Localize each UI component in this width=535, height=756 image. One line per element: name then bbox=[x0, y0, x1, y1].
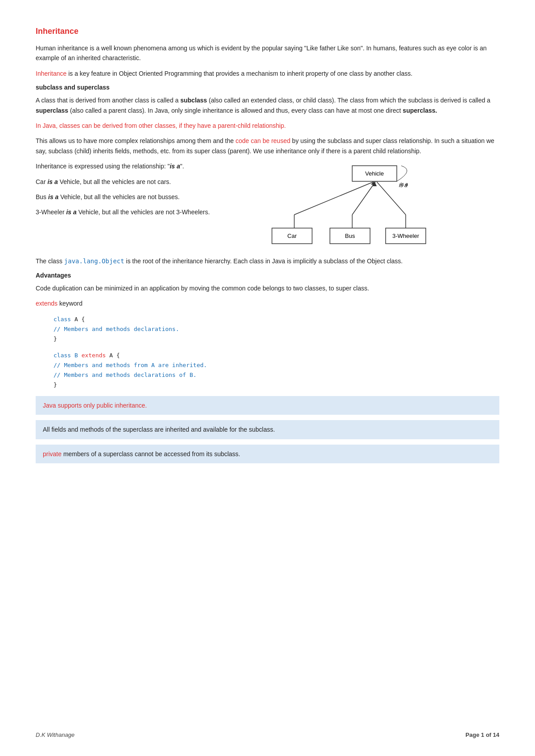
page: Inheritance Human inheritance is a well … bbox=[0, 0, 535, 756]
para6-end: ". bbox=[180, 163, 184, 170]
para6: Inheritance is expressed using the relat… bbox=[36, 161, 259, 171]
code1-line3: } bbox=[54, 334, 499, 344]
footer: D.K Withanage Page 1 of 14 bbox=[36, 731, 499, 738]
svg-text:Bus: Bus bbox=[345, 233, 355, 239]
extends-rest: keyword bbox=[58, 300, 82, 307]
para8-rest: Vehicle, but all the vehicles are not bu… bbox=[58, 193, 180, 200]
para7-rest: Vehicle, but all the vehicles are not ca… bbox=[58, 178, 171, 185]
para1: Human inheritance is a well known phenom… bbox=[36, 43, 499, 63]
para10-start: The class bbox=[36, 257, 64, 265]
para2-red: Inheritance bbox=[36, 70, 66, 77]
para8: Bus is a Vehicle, but all the vehicles a… bbox=[36, 192, 259, 202]
highlight-box-2: All fields and methods of the superclass… bbox=[36, 420, 499, 439]
para11: Code duplication can be minimized in an … bbox=[36, 283, 499, 293]
para3-bold3: superclass. bbox=[403, 107, 437, 114]
para10-code: java.lang.Object bbox=[64, 257, 124, 265]
code2-class-kw: class B bbox=[54, 352, 78, 359]
para2: Inheritance is a key feature in Object O… bbox=[36, 69, 499, 78]
para5: This allows us to have more complex rela… bbox=[36, 136, 499, 156]
extends-red: extends bbox=[36, 300, 58, 307]
svg-line-7 bbox=[352, 182, 375, 215]
para3-mid2: (also called a parent class). In Java, o… bbox=[68, 107, 403, 114]
code-block-2: class B extends A { // Members and metho… bbox=[54, 351, 499, 390]
para6-bi: is a bbox=[170, 163, 180, 170]
para3-bold2: superclass bbox=[36, 107, 68, 114]
svg-text:Car: Car bbox=[288, 233, 297, 239]
box1-text: Java supports only public inheritance. bbox=[43, 400, 492, 410]
extends-keyword-label: extends keyword bbox=[36, 298, 499, 308]
para5-start: This allows us to have more complex rela… bbox=[36, 137, 235, 144]
code-block-1: class A { // Members and methods declara… bbox=[54, 315, 499, 344]
page-label: Page bbox=[465, 731, 479, 738]
code2-line1: class B extends A { bbox=[54, 351, 499, 360]
page-of: of 14 bbox=[486, 731, 499, 738]
code2-line4: } bbox=[54, 380, 499, 390]
box3-rest: members of a superclass cannot be access… bbox=[62, 450, 240, 458]
code1-line2: // Members and methods declarations. bbox=[54, 324, 499, 334]
svg-line-4 bbox=[294, 182, 374, 215]
svg-text:Vehicle: Vehicle bbox=[365, 170, 384, 177]
para4-red: In Java, classes can be derived from oth… bbox=[36, 121, 499, 131]
para3-start: A class that is derived from another cla… bbox=[36, 97, 180, 104]
para6-start: Inheritance is expressed using the relat… bbox=[36, 163, 170, 170]
subheading-advantages: Advantages bbox=[36, 272, 499, 279]
para8-bi: is a bbox=[48, 193, 58, 200]
diagram-svg: Vehicle is a Car Bus bbox=[259, 161, 428, 250]
code2-line3: // Members and methods declarations of B… bbox=[54, 370, 499, 380]
para5-red: code can be reused bbox=[235, 137, 290, 144]
code1-class-kw: class bbox=[54, 316, 71, 323]
para9: 3-Wheeler is a Vehicle, but all the vehi… bbox=[36, 207, 259, 217]
para3-bold1: subclass bbox=[180, 97, 207, 104]
para7-start: Car bbox=[36, 178, 47, 185]
box3-text: private members of a superclass cannot b… bbox=[43, 449, 492, 459]
para3-mid1: (also called an extended class, or child… bbox=[207, 97, 490, 104]
box3-private: private bbox=[43, 450, 62, 458]
diagram-section: Inheritance is expressed using the relat… bbox=[36, 161, 499, 252]
page-number: Page 1 of 14 bbox=[465, 731, 499, 738]
inheritance-diagram: Vehicle is a Car Bus bbox=[259, 161, 437, 252]
code2-class-a: A { bbox=[109, 352, 119, 359]
para2-rest: is a key feature in Object Oriented Prog… bbox=[66, 70, 412, 77]
para9-start: 3-Wheeler bbox=[36, 208, 66, 216]
highlight-box-3: private members of a superclass cannot b… bbox=[36, 445, 499, 463]
diagram-text: Inheritance is expressed using the relat… bbox=[36, 161, 259, 223]
page-num: 1 bbox=[481, 731, 484, 738]
author-label: D.K Withanage bbox=[36, 731, 74, 738]
code2-comment2: // Members and methods declarations of B… bbox=[54, 372, 197, 378]
code1-line1: class A { bbox=[54, 315, 499, 324]
svg-text:is a: is a bbox=[400, 181, 408, 187]
code2-comment1: // Members and methods from A are inheri… bbox=[54, 362, 207, 368]
para10-rest: is the root of the inheritance hierarchy… bbox=[124, 257, 403, 265]
code2-line2: // Members and methods from A are inheri… bbox=[54, 360, 499, 370]
para9-rest: Vehicle, but all the vehicles are not 3-… bbox=[77, 208, 210, 216]
code1-class-name: A { bbox=[74, 316, 85, 323]
para8-start: Bus bbox=[36, 193, 48, 200]
para9-bi: is a bbox=[66, 208, 76, 216]
para10: The class java.lang.Object is the root o… bbox=[36, 256, 499, 266]
highlight-box-1: Java supports only public inheritance. bbox=[36, 396, 499, 415]
page-title: Inheritance bbox=[36, 27, 499, 36]
code2-extends-kw: extends bbox=[82, 352, 106, 359]
code1-comment: // Members and methods declarations. bbox=[54, 326, 179, 332]
svg-text:3-Wheeler: 3-Wheeler bbox=[392, 233, 420, 239]
para7-bi: is a bbox=[47, 178, 58, 185]
box2-text: All fields and methods of the superclass… bbox=[43, 425, 492, 434]
para3: A class that is derived from another cla… bbox=[36, 95, 499, 115]
subheading-subclass: subclass and superclass bbox=[36, 84, 499, 91]
para7: Car is a Vehicle, but all the vehicles a… bbox=[36, 177, 259, 187]
